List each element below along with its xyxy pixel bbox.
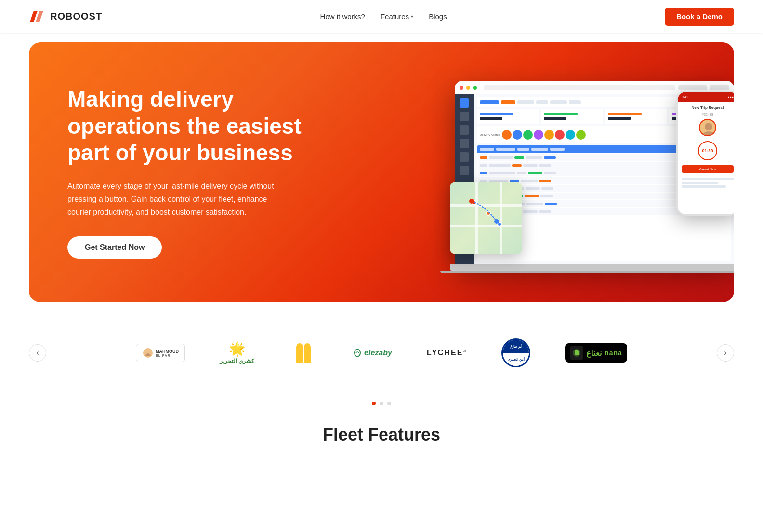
nav-link-features[interactable]: Features ▾	[381, 13, 413, 21]
logo[interactable]: ROBOOST	[29, 8, 102, 25]
mcdonalds-icon	[289, 338, 318, 367]
phone-order-title: New Trip Request	[682, 105, 734, 110]
phone-mockup: 9:41 ●●● New Trip Request #32428	[676, 91, 734, 216]
logo-mcdonalds	[281, 336, 326, 370]
nana-icon	[570, 346, 583, 360]
nav-links: How it works? Features ▾ Blogs	[320, 13, 447, 21]
svg-point-5	[705, 123, 712, 130]
logo-elezaby: elezaby	[345, 336, 400, 370]
features-chevron-icon: ▾	[411, 14, 413, 19]
map-mockup	[450, 182, 522, 254]
phone-order-id: #32428	[682, 113, 734, 116]
logo-icon	[29, 8, 46, 25]
get-started-button[interactable]: Get Started Now	[67, 236, 162, 259]
logo-text: ROBOOST	[50, 11, 102, 22]
hero-subtitle: Automate every stage of your last-mile d…	[67, 180, 289, 219]
navbar: ROBOOST How it works? Features ▾ Blogs B…	[0, 0, 763, 33]
hero-content: Making delivery operations the easiest p…	[67, 86, 318, 258]
phone-timer: 01:39	[698, 141, 717, 160]
carousel-dots	[0, 402, 763, 405]
hero-image: Delivery Agents	[445, 47, 734, 298]
logos-track: MAHMOUD EL FAR 🌟 كشري التحرير	[46, 336, 717, 370]
carousel-dot-3[interactable]	[387, 402, 391, 405]
nav-link-how-it-works[interactable]: How it works?	[320, 13, 365, 21]
svg-point-3	[469, 199, 474, 204]
fleet-section: Fleet Features	[0, 405, 763, 454]
phone-accept-button[interactable]: Accept Now	[682, 165, 734, 173]
nav-link-blogs[interactable]: Blogs	[429, 13, 447, 21]
logo-lychee: LYCHEE®	[419, 336, 474, 370]
logo-nana: نعناع nana	[557, 336, 635, 370]
hero-section: Making delivery operations the easiest p…	[29, 42, 734, 302]
svg-point-6	[703, 131, 714, 136]
svg-point-7	[143, 348, 153, 358]
fleet-title: Fleet Features	[29, 425, 734, 445]
elezaby-icon	[353, 348, 362, 358]
carousel-prev-button[interactable]: ‹	[29, 344, 46, 362]
logo-mahmoud-elfar: MAHMOUD EL FAR	[128, 336, 193, 370]
carousel-dot-2[interactable]	[380, 402, 383, 405]
mahmoud-logo-icon	[142, 347, 154, 359]
book-demo-button[interactable]: Book a Demo	[665, 8, 734, 26]
logo-kashry: 🌟 كشري التحرير	[212, 336, 262, 370]
svg-point-4	[494, 219, 499, 224]
logo-abu-tariq: أبو طارق أمن الخفرى	[494, 336, 538, 370]
logos-section: ‹ MAHMOUD EL FAR 🌟	[0, 312, 763, 394]
hero-title: Making delivery operations the easiest p…	[67, 86, 318, 166]
carousel-next-button[interactable]: ›	[717, 344, 734, 362]
carousel-dot-1[interactable]	[372, 402, 376, 405]
